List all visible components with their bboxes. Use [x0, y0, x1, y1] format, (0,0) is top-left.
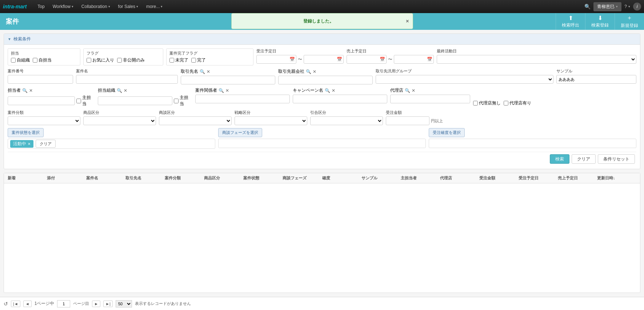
campaign-input[interactable] — [293, 95, 387, 103]
pager-last-button[interactable]: ►| — [103, 301, 113, 307]
flag-hiko-nomi-checkbox[interactable] — [117, 58, 122, 63]
torihiki-parent-input[interactable] — [278, 76, 373, 84]
flag-okiniiri[interactable]: お気に入り — [87, 57, 114, 63]
kanryo-kanryo-checkbox[interactable] — [191, 58, 196, 63]
status-tag-close-button[interactable]: ✕ — [28, 142, 31, 146]
search-button-row: 検索 クリア 条件リセット — [8, 152, 636, 165]
search-icon[interactable]: 🔍 — [584, 4, 591, 9]
dairi-search-icon[interactable]: 🔍 — [405, 88, 410, 93]
dairi-input[interactable] — [390, 95, 470, 103]
torihiki-group-field: 取引先汎用グループ — [376, 68, 553, 84]
tanto-org-field: 担当組織 🔍 ✕ 主担当 — [98, 87, 192, 107]
tanto-org-clear-button[interactable]: ✕ — [124, 88, 127, 93]
col-header-update-time[interactable]: 更新日時↓ — [597, 175, 636, 181]
dairi-ari-checkbox[interactable] — [504, 101, 508, 106]
anken-kanren-search-icon[interactable]: 🔍 — [219, 88, 224, 93]
kanryo-mikanryo[interactable]: 未完了 — [169, 57, 188, 63]
shodan-phase-select-button[interactable]: 商談フェーズを選択 — [218, 128, 262, 137]
dairi-nashi[interactable]: 代理店無し — [473, 100, 501, 106]
anken-bunrui-select[interactable] — [8, 116, 80, 125]
anken-kanren-input[interactable] — [195, 95, 290, 103]
anken-status-clear-button[interactable]: クリア — [36, 140, 56, 148]
nav-item-top[interactable]: Top — [34, 2, 48, 11]
juchu-date-from-wrapper: 📅 — [256, 55, 296, 64]
search-save-button[interactable]: ⬇ 検索登録 — [585, 13, 615, 30]
tanto-name-search-icon[interactable]: 🔍 — [22, 88, 28, 93]
tanto-jitanto-checkbox[interactable] — [33, 58, 37, 63]
dairi-clear-button[interactable]: ✕ — [412, 88, 415, 93]
flag-hiko-nomi[interactable]: 非公開のみ — [117, 57, 145, 63]
tanto-name-main-cb[interactable]: 主担当 — [76, 95, 95, 107]
calendar-icon[interactable]: 📅 — [427, 57, 432, 62]
anken-kanren-clear-button[interactable]: ✕ — [225, 88, 229, 93]
torihiki-name-input[interactable] — [181, 76, 275, 84]
tanto-jitanto[interactable]: 自担当 — [33, 57, 52, 63]
search-clear-button[interactable]: クリア — [572, 154, 596, 164]
search-load-button[interactable]: ⬆ 検索呼出 — [556, 13, 585, 30]
pager-page-input[interactable] — [57, 300, 70, 307]
nav-item-collaboration[interactable]: Collaboration ▾ — [78, 2, 114, 11]
tanto-jisoshiki[interactable]: 自組織 — [11, 57, 30, 63]
torihiki-group-select[interactable] — [376, 75, 553, 84]
info-button[interactable]: i — [633, 3, 641, 11]
app-logo: intra-mart — [3, 4, 27, 9]
chevron-down-icon: ▾ — [108, 5, 110, 8]
tanto-org-input[interactable] — [98, 96, 172, 105]
hikiai-kubun-label: 引合区分 — [310, 110, 383, 115]
tanto-name-input[interactable] — [8, 96, 75, 105]
saishu-date-select[interactable] — [437, 55, 636, 64]
calendar-icon[interactable]: 📅 — [337, 57, 342, 62]
shohin-kubun-select[interactable] — [83, 116, 156, 125]
anken-status-select-button[interactable]: 案件状態を選択 — [8, 128, 44, 137]
tanto-org-main-cb[interactable]: 主担当 — [174, 95, 192, 107]
tanto-org-search-icon[interactable]: 🔍 — [117, 88, 122, 93]
uriage-date-range: 📅 〜 📅 — [347, 55, 434, 64]
tanto-org-label-row: 担当組織 🔍 ✕ — [98, 87, 192, 94]
flag-okiniiri-checkbox[interactable] — [87, 58, 91, 63]
notification-message: 登録しました。 — [303, 19, 334, 24]
torihiki-parent-search-icon[interactable]: 🔍 — [306, 69, 311, 74]
tanto-org-main-checkbox[interactable] — [174, 99, 179, 103]
torihiki-name-clear-button[interactable]: ✕ — [207, 69, 210, 74]
campaign-clear-button[interactable]: ✕ — [332, 88, 335, 93]
help-menu[interactable]: ? ▾ — [624, 4, 630, 9]
tanto-org-label: 担当組織 — [98, 87, 115, 94]
anken-name-input[interactable] — [76, 75, 178, 84]
pager-next-button[interactable]: ► — [92, 301, 100, 307]
tanto-name-main-checkbox[interactable] — [76, 99, 81, 103]
calendar-icon[interactable]: 📅 — [380, 57, 385, 62]
calendar-icon[interactable]: 📅 — [289, 57, 295, 62]
shodan-kubun-select[interactable] — [159, 116, 232, 125]
juchu-rate-select-button[interactable]: 受注確度を選択 — [429, 128, 465, 137]
search-panel-header[interactable]: ▼ 検索条件 — [4, 34, 640, 45]
nav-item-workflow[interactable]: Workflow ▾ — [49, 2, 77, 11]
dairi-nashi-checkbox[interactable] — [473, 101, 478, 106]
new-register-button[interactable]: ＋ 新規登録 — [615, 13, 644, 30]
hikiai-kubun-select[interactable] — [310, 116, 383, 125]
senryaku-kubun-field: 戦略区分 — [235, 110, 307, 125]
refresh-icon[interactable]: ↺ — [4, 301, 8, 307]
notification-close-button[interactable]: × — [406, 18, 409, 24]
kanryo-kanryo[interactable]: 完了 — [191, 57, 206, 63]
pager-size-select[interactable]: 50 100 — [116, 300, 132, 307]
pager-first-button[interactable]: |◄ — [11, 301, 20, 307]
kanryo-mikanryo-checkbox[interactable] — [169, 58, 174, 63]
tanto-name-clear-button[interactable]: ✕ — [29, 88, 33, 93]
juchu-kingaku-input[interactable] — [386, 116, 429, 125]
search-execute-button[interactable]: 検索 — [550, 154, 569, 164]
dairi-ari[interactable]: 代理店有り — [504, 100, 531, 106]
senryaku-kubun-select[interactable] — [235, 116, 307, 125]
anken-no-input[interactable] — [8, 75, 73, 84]
campaign-search-icon[interactable]: 🔍 — [325, 88, 330, 93]
user-menu[interactable]: 青柳恵巳 ▾ — [593, 2, 621, 11]
sample-input[interactable] — [556, 75, 636, 84]
pager-prev-button[interactable]: ◄ — [23, 301, 32, 307]
senryaku-kubun-label: 戦略区分 — [235, 110, 307, 115]
tanto-jisoshiki-checkbox[interactable] — [11, 58, 16, 63]
search-reset-button[interactable]: 条件リセット — [598, 154, 635, 164]
pager-page-info: 1ページ中 — [35, 301, 55, 307]
torihiki-name-search-icon[interactable]: 🔍 — [200, 69, 205, 74]
torihiki-parent-clear-button[interactable]: ✕ — [313, 69, 316, 74]
nav-item-forsales[interactable]: for Sales ▾ — [115, 2, 142, 11]
nav-item-more[interactable]: more... ▾ — [143, 2, 166, 11]
